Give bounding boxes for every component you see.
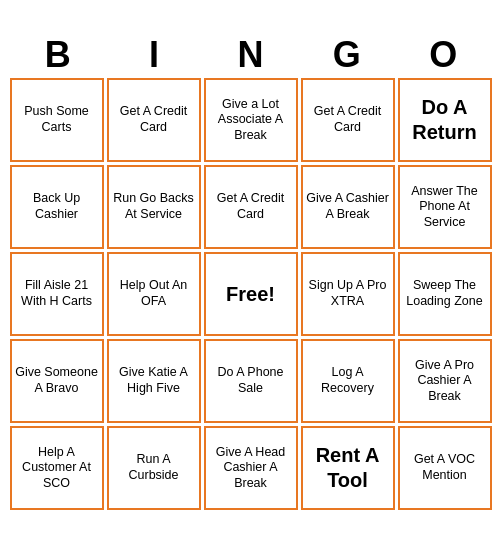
- bingo-cell-7: Get A Credit Card: [204, 165, 298, 249]
- bingo-header: BINGO: [10, 34, 492, 76]
- bingo-card: BINGO Push Some CartsGet A Credit CardGi…: [6, 30, 496, 514]
- header-letter-b: B: [14, 34, 102, 76]
- bingo-cell-15: Give Someone A Bravo: [10, 339, 104, 423]
- bingo-cell-2: Give a Lot Associate A Break: [204, 78, 298, 162]
- bingo-cell-12: Free!: [204, 252, 298, 336]
- bingo-cell-18: Log A Recovery: [301, 339, 395, 423]
- bingo-cell-23: Rent A Tool: [301, 426, 395, 510]
- header-letter-i: I: [110, 34, 198, 76]
- bingo-cell-17: Do A Phone Sale: [204, 339, 298, 423]
- bingo-cell-4: Do A Return: [398, 78, 492, 162]
- bingo-cell-14: Sweep The Loading Zone: [398, 252, 492, 336]
- bingo-cell-20: Help A Customer At SCO: [10, 426, 104, 510]
- bingo-cell-0: Push Some Carts: [10, 78, 104, 162]
- bingo-grid: Push Some CartsGet A Credit CardGive a L…: [10, 78, 492, 510]
- bingo-cell-22: Give A Head Cashier A Break: [204, 426, 298, 510]
- bingo-cell-9: Answer The Phone At Service: [398, 165, 492, 249]
- bingo-cell-5: Back Up Cashier: [10, 165, 104, 249]
- bingo-cell-16: Give Katie A High Five: [107, 339, 201, 423]
- bingo-cell-19: Give A Pro Cashier A Break: [398, 339, 492, 423]
- bingo-cell-1: Get A Credit Card: [107, 78, 201, 162]
- bingo-cell-6: Run Go Backs At Service: [107, 165, 201, 249]
- bingo-cell-10: Fill Aisle 21 With H Carts: [10, 252, 104, 336]
- bingo-cell-24: Get A VOC Mention: [398, 426, 492, 510]
- bingo-cell-13: Sign Up A Pro XTRA: [301, 252, 395, 336]
- bingo-cell-8: Give A Cashier A Break: [301, 165, 395, 249]
- bingo-cell-21: Run A Curbside: [107, 426, 201, 510]
- header-letter-n: N: [206, 34, 294, 76]
- header-letter-o: O: [399, 34, 487, 76]
- bingo-cell-11: Help Out An OFA: [107, 252, 201, 336]
- header-letter-g: G: [303, 34, 391, 76]
- bingo-cell-3: Get A Credit Card: [301, 78, 395, 162]
